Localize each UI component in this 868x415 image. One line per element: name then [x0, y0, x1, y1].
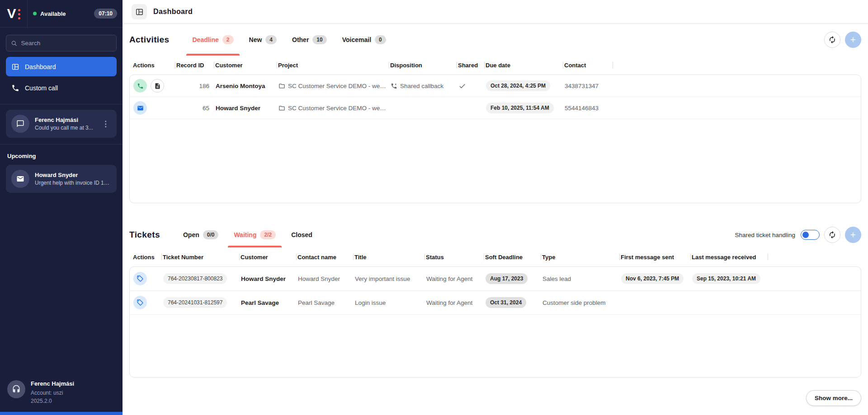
- tag-icon: [137, 275, 144, 282]
- contact-name: Howard Snyder: [298, 275, 355, 282]
- upcoming-card[interactable]: Howard Snyder Urgent help with invoice I…: [6, 165, 117, 193]
- ticket-number-badge: 764-20230817-800823: [163, 273, 227, 284]
- activities-table: 186 Arsenio Montoya SC Customer Service …: [129, 75, 861, 203]
- user-name: Ferenc Hajmási: [31, 380, 74, 387]
- email-action-button[interactable]: [133, 101, 147, 115]
- dashboard-page-icon: [132, 4, 147, 19]
- tab-waiting[interactable]: Waiting 2/2: [226, 222, 283, 247]
- message-sender: Ferenc Hajmási: [35, 117, 94, 123]
- ticket-type: Sales lead: [542, 275, 621, 282]
- sidebar-item-label: Custom call: [25, 84, 58, 92]
- sidebar-item-dashboard[interactable]: Dashboard: [6, 57, 117, 76]
- search-input[interactable]: [21, 40, 112, 47]
- activities-head: Activities Deadline 2 New 4 Other 10 Vo: [129, 24, 861, 56]
- tab-count-badge: 2: [222, 35, 234, 44]
- contact-number: 5544146843: [565, 105, 614, 112]
- due-date-badge: Oct 28, 2024, 4:25 PM: [486, 80, 550, 91]
- folder-icon: [278, 105, 285, 112]
- call-action-button[interactable]: [133, 79, 147, 93]
- app-window: V Available 07:10 Dashboard Custom call: [0, 0, 868, 415]
- refresh-icon: [828, 36, 836, 44]
- upcoming-heading: Upcoming: [7, 153, 115, 159]
- sidebar-divider: [0, 144, 123, 145]
- add-activity-button[interactable]: [845, 32, 861, 48]
- callback-phone-icon: [391, 83, 397, 89]
- table-row[interactable]: 764-20241031-812597 Pearl Savage Pearl S…: [130, 291, 861, 315]
- sidebar-item-custom-call[interactable]: Custom call: [6, 78, 117, 98]
- record-id: 65: [177, 105, 216, 112]
- logo-dots-icon: [18, 9, 20, 19]
- ticket-tag-button[interactable]: [133, 296, 147, 309]
- soft-deadline-badge: Oct 31, 2024: [486, 297, 526, 308]
- add-ticket-button[interactable]: [845, 227, 861, 243]
- activities-title: Activities: [129, 35, 169, 45]
- refresh-icon: [828, 231, 836, 239]
- document-icon: [154, 83, 161, 89]
- tickets-table-header: Actions Ticket Number Customer Contact n…: [129, 247, 861, 266]
- refresh-button[interactable]: [824, 32, 840, 48]
- message-preview: Could you call me at 3...: [35, 125, 94, 131]
- table-row[interactable]: 65 Howard Snyder SC Customer Service DEM…: [130, 97, 861, 119]
- tickets-title: Tickets: [129, 230, 160, 240]
- plus-icon: [849, 231, 857, 239]
- tab-voicemail[interactable]: Voicemail 0: [335, 24, 394, 56]
- details-action-button[interactable]: [151, 79, 164, 93]
- upcoming-sender: Howard Snyder: [35, 172, 111, 178]
- content: Activities Deadline 2 New 4 Other 10 Vo: [123, 24, 868, 415]
- plus-icon: [849, 36, 857, 44]
- envelope-icon: [11, 170, 29, 188]
- project-cell: SC Customer Service DEMO - web...: [278, 83, 391, 89]
- due-date-cell: Feb 10, 2025, 11:54 AM: [486, 103, 565, 113]
- show-more-button[interactable]: Show more...: [806, 390, 861, 406]
- tab-new[interactable]: New 4: [241, 24, 284, 56]
- contact-name: Pearl Savage: [298, 299, 355, 306]
- phone-icon: [137, 83, 144, 89]
- shared-ticket-handling-toggle[interactable]: [801, 230, 820, 240]
- tab-open[interactable]: Open 0/0: [175, 222, 226, 247]
- status-label: Available: [40, 10, 66, 17]
- table-row[interactable]: 764-20230817-800823 Howard Snyder Howard…: [130, 267, 861, 291]
- activities-section: Activities Deadline 2 New 4 Other 10 Vo: [129, 24, 861, 203]
- dashboard-icon: [11, 63, 19, 71]
- tab-deadline[interactable]: Deadline 2: [184, 24, 241, 56]
- tab-count-badge: 0/0: [203, 230, 219, 239]
- customer-name: Arsenio Montoya: [216, 83, 278, 89]
- contact-number: 3438731347: [565, 83, 614, 89]
- tab-count-badge: 0: [375, 35, 386, 44]
- message-card[interactable]: Ferenc Hajmási Could you call me at 3...…: [6, 110, 117, 138]
- agent-status[interactable]: Available 07:10: [28, 9, 123, 19]
- sidebar-search[interactable]: [6, 35, 117, 51]
- brand-logo[interactable]: V: [0, 0, 28, 28]
- user-profile[interactable]: Ferenc Hajmási Account: uszi 2025.2.0: [0, 380, 123, 412]
- last-message-badge: Sep 15, 2023, 10:21 AM: [692, 273, 760, 284]
- tab-closed[interactable]: Closed: [283, 222, 320, 247]
- chat-bubble-icon: [11, 115, 29, 133]
- ticket-status: Waiting for Agent: [426, 275, 486, 282]
- page-title: Dashboard: [153, 8, 193, 16]
- tickets-head: Tickets Open 0/0 Waiting 2/2 Closed Shar…: [129, 222, 861, 247]
- search-icon: [11, 40, 17, 47]
- logo-letter: V: [7, 7, 16, 20]
- status-timer-badge: 07:10: [94, 9, 117, 19]
- ticket-status: Waiting for Agent: [426, 299, 486, 306]
- sidebar-item-label: Dashboard: [25, 63, 56, 70]
- first-message-cell: Nov 6, 2023, 7:45 PM: [621, 273, 692, 284]
- last-message-cell: Sep 15, 2023, 10:21 AM: [692, 273, 769, 284]
- kebab-menu-icon[interactable]: ⋮: [100, 118, 111, 130]
- folder-icon: [278, 83, 285, 89]
- disposition-cell: Shared callback: [391, 83, 458, 89]
- customer-name: Pearl Savage: [241, 299, 298, 306]
- tickets-table: 764-20230817-800823 Howard Snyder Howard…: [129, 266, 861, 378]
- ticket-tag-button[interactable]: [133, 272, 147, 285]
- refresh-button[interactable]: [824, 227, 840, 243]
- soft-deadline-cell: Aug 17, 2023: [486, 273, 542, 284]
- app-version: 2025.2.0: [31, 397, 74, 406]
- shared-ticket-handling-label: Shared ticket handling: [735, 232, 795, 238]
- tab-other[interactable]: Other 10: [284, 24, 335, 56]
- due-date-cell: Oct 28, 2024, 4:25 PM: [486, 80, 565, 91]
- project-cell: SC Customer Service DEMO - web...: [278, 105, 391, 112]
- ticket-number-cell: 764-20230817-800823: [163, 273, 241, 284]
- table-row[interactable]: 186 Arsenio Montoya SC Customer Service …: [130, 75, 861, 97]
- ticket-title: Very important issue: [355, 275, 426, 282]
- main-area: Dashboard Activities Deadline 2 New 4 Ot: [123, 0, 868, 415]
